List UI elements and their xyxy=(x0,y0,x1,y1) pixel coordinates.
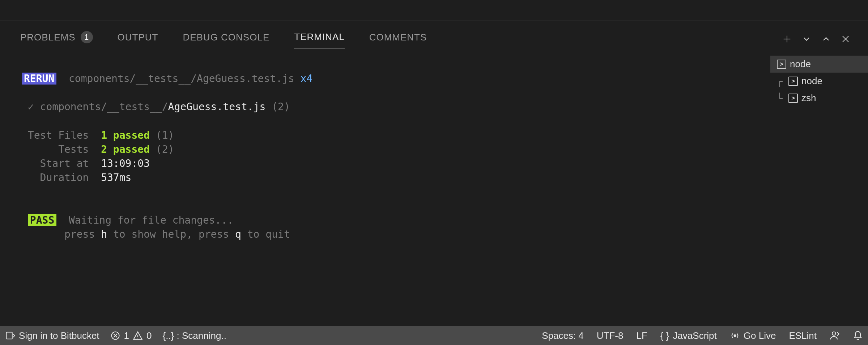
pass-badge: PASS xyxy=(28,214,56,226)
label-tests: Tests xyxy=(28,143,101,155)
duration-value: 537ms xyxy=(101,172,131,184)
tab-label: PROBLEMS xyxy=(20,32,76,43)
status-spaces[interactable]: Spaces: 4 xyxy=(542,330,584,341)
terminal-icon: > xyxy=(788,94,798,103)
svg-point-2 xyxy=(734,335,736,337)
help-h-key: h xyxy=(101,228,107,240)
svg-point-3 xyxy=(832,332,835,335)
tests-total: (2) xyxy=(150,143,174,155)
bitbucket-icon xyxy=(5,331,15,341)
terminal-split-dropdown-icon[interactable] xyxy=(801,34,812,46)
error-icon xyxy=(110,331,120,341)
rerun-badge: RERUN xyxy=(22,73,56,85)
tab-terminal[interactable]: TERMINAL xyxy=(294,31,344,48)
terminal-list-item[interactable]: > node xyxy=(770,56,868,73)
status-label: Go Live xyxy=(744,330,776,341)
tab-problems[interactable]: PROBLEMS 1 xyxy=(20,31,93,48)
terminal-icon: > xyxy=(788,77,798,86)
panel-tabs: PROBLEMS 1 OUTPUT DEBUG CONSOLE TERMINAL… xyxy=(0,21,868,53)
status-language[interactable]: { } JavaScript xyxy=(660,330,717,341)
waiting-text: Waiting for file changes... xyxy=(69,214,233,226)
status-label: LF xyxy=(636,330,647,341)
status-bar: Sign in to Bitbucket 1 0 {..} : Scanning… xyxy=(0,326,868,345)
broadcast-icon xyxy=(730,331,740,341)
terminal-list-item[interactable]: ┌ > node xyxy=(770,73,868,90)
status-eol[interactable]: LF xyxy=(636,330,647,341)
label-duration: Duration xyxy=(28,172,101,184)
problems-badge: 1 xyxy=(81,31,93,43)
rerun-path: components/__tests__/AgeGuess.test.js xyxy=(69,73,294,85)
terminal-label: zsh xyxy=(801,92,816,104)
file-prefix: components/__tests__/ xyxy=(40,101,168,113)
tree-connector: ┌ xyxy=(777,76,785,87)
test-files-passed: 1 passed xyxy=(101,129,150,141)
close-panel-icon[interactable] xyxy=(841,34,851,46)
status-label: Sign in to Bitbucket xyxy=(19,330,99,341)
status-bitbucket[interactable]: Sign in to Bitbucket xyxy=(5,330,99,341)
rerun-count: x4 xyxy=(301,73,313,85)
tab-label: TERMINAL xyxy=(294,31,344,43)
check-icon: ✓ xyxy=(28,101,34,113)
braces-icon: { } xyxy=(660,330,669,341)
terminal-output[interactable]: RERUN components/__tests__/AgeGuess.test… xyxy=(0,53,770,326)
terminal-list-item[interactable]: └ > zsh xyxy=(770,90,868,107)
terminal-icon: > xyxy=(777,60,786,69)
tab-label: OUTPUT xyxy=(118,32,158,43)
tab-label: COMMENTS xyxy=(369,32,427,43)
status-scanning[interactable]: {..} : Scanning.. xyxy=(163,330,226,341)
status-eslint[interactable]: ESLint xyxy=(789,330,817,341)
label-test-files: Test Files xyxy=(28,129,101,141)
error-count: 1 xyxy=(124,330,129,341)
panel-actions xyxy=(782,34,857,46)
terminal-list: > node ┌ > node └ > zsh xyxy=(770,53,868,326)
terminal-label: node xyxy=(801,76,822,87)
editor-area-placeholder xyxy=(0,0,868,21)
status-notifications[interactable] xyxy=(853,331,863,341)
test-files-total: (1) xyxy=(150,129,174,141)
bottom-panel: PROBLEMS 1 OUTPUT DEBUG CONSOLE TERMINAL… xyxy=(0,21,868,326)
tab-label: DEBUG CONSOLE xyxy=(183,32,269,43)
tab-comments[interactable]: COMMENTS xyxy=(369,32,427,48)
status-errors-warnings[interactable]: 1 0 xyxy=(110,330,152,341)
status-right: Spaces: 4 UTF-8 LF { } JavaScript Go Liv… xyxy=(542,330,863,341)
help-prefix: press xyxy=(64,228,101,240)
tests-passed: 2 passed xyxy=(101,143,150,155)
help-q-key: q xyxy=(235,228,241,240)
new-terminal-icon[interactable] xyxy=(782,34,792,46)
tree-connector: └ xyxy=(777,93,785,104)
status-label: ESLint xyxy=(789,330,817,341)
warning-count: 0 xyxy=(146,330,152,341)
file-suffix: (2) xyxy=(265,101,290,113)
label-start: Start at xyxy=(28,158,101,169)
status-label: Spaces: 4 xyxy=(542,330,584,341)
status-label: JavaScript xyxy=(673,330,716,341)
tab-debug-console[interactable]: DEBUG CONSOLE xyxy=(183,32,269,48)
status-feedback[interactable] xyxy=(830,331,840,341)
warning-icon xyxy=(133,331,143,341)
status-label: {..} : Scanning.. xyxy=(163,330,226,341)
bell-icon xyxy=(853,331,863,341)
status-label: UTF-8 xyxy=(597,330,624,341)
svg-rect-0 xyxy=(7,332,12,339)
status-encoding[interactable]: UTF-8 xyxy=(597,330,624,341)
start-time: 13:09:03 xyxy=(101,158,150,169)
person-icon xyxy=(830,331,840,341)
status-left: Sign in to Bitbucket 1 0 {..} : Scanning… xyxy=(5,330,226,341)
maximize-panel-icon[interactable] xyxy=(821,34,831,46)
status-go-live[interactable]: Go Live xyxy=(730,330,776,341)
help-suffix: to quit xyxy=(241,228,290,240)
help-mid: to show help, press xyxy=(107,228,235,240)
terminal-label: node xyxy=(790,59,811,70)
file-name: AgeGuess.test.js xyxy=(168,101,266,113)
tab-output[interactable]: OUTPUT xyxy=(118,32,158,48)
panel-body: RERUN components/__tests__/AgeGuess.test… xyxy=(0,53,868,326)
